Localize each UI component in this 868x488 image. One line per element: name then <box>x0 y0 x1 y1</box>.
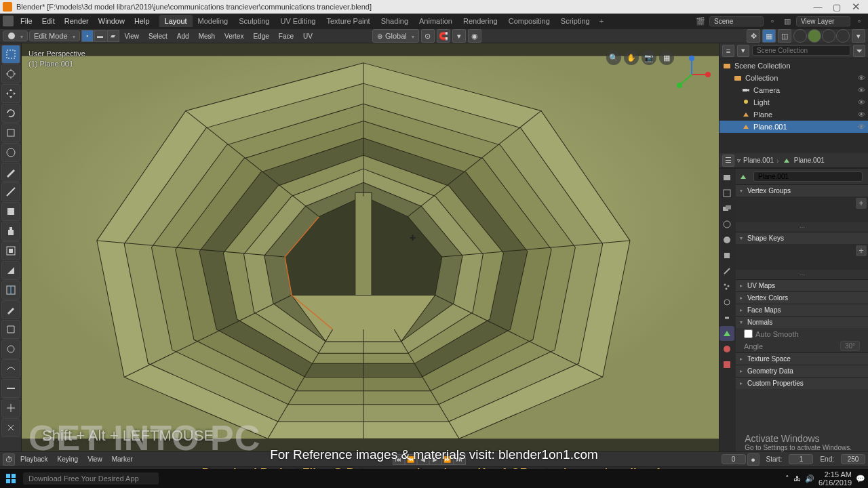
app-icon[interactable] <box>3 16 14 26</box>
editor-type-dropdown[interactable] <box>3 30 28 41</box>
tree-item-light[interactable]: Light👁 <box>719 96 868 108</box>
scene-field[interactable]: Scene <box>709 16 764 26</box>
solid-button[interactable] <box>808 29 821 43</box>
visibility-toggle[interactable]: 👁 <box>858 110 865 119</box>
hdr-add[interactable]: Add <box>173 30 193 42</box>
knife-tool[interactable] <box>1 300 20 319</box>
tab-object-data[interactable] <box>719 326 734 341</box>
breadcrumb-data[interactable]: Plane.001 <box>794 157 825 164</box>
hdr-select[interactable]: Select <box>144 30 172 42</box>
edge-select-button[interactable]: ▬ <box>94 30 106 42</box>
tab-scripting[interactable]: Scripting <box>555 15 595 27</box>
edge-slide-tool[interactable] <box>1 379 20 398</box>
section-texture-space[interactable]: Texture Space <box>736 353 868 365</box>
tree-collection[interactable]: Collection👁 <box>719 72 868 84</box>
outliner-display-dropdown[interactable]: ▾ <box>737 45 749 57</box>
breadcrumb-obj[interactable]: Plane.001 <box>743 157 774 164</box>
jump-start-button[interactable]: ⏮ <box>393 454 405 465</box>
xray-toggle[interactable]: ◫ <box>778 29 791 43</box>
extrude-tool[interactable] <box>1 222 20 241</box>
end-frame-field[interactable]: 250 <box>841 454 865 464</box>
polybuild-tool[interactable] <box>1 320 20 339</box>
hdr-mesh[interactable]: Mesh <box>195 30 219 42</box>
bevel-tool[interactable] <box>1 261 20 280</box>
auto-key-icon[interactable]: ● <box>747 453 760 466</box>
3d-viewport[interactable]: User Perspective (1) Plane.001 🔍 ✋ 📷 ▦ +… <box>22 43 719 451</box>
tab-output[interactable] <box>719 186 734 201</box>
current-frame-field[interactable]: 0 <box>722 454 746 464</box>
menu-help[interactable]: Help <box>130 15 154 27</box>
view-layer-field[interactable]: View Layer <box>796 16 850 26</box>
move-tool[interactable] <box>1 84 20 103</box>
tab-viewlayer[interactable] <box>719 201 734 216</box>
angle-field[interactable]: 30° <box>840 341 860 351</box>
tab-particles[interactable] <box>719 279 734 294</box>
timeline-playback[interactable]: Playback <box>16 454 52 464</box>
scale-tool[interactable] <box>1 123 20 142</box>
rendered-button[interactable] <box>836 29 850 43</box>
tab-texture[interactable] <box>719 357 734 372</box>
start-button[interactable] <box>3 470 19 487</box>
play-button[interactable]: ▶ <box>429 454 441 465</box>
visibility-toggle[interactable]: 👁 <box>858 86 865 94</box>
tab-animation[interactable]: Animation <box>414 15 458 27</box>
vertex-select-button[interactable]: ▪ <box>81 30 94 42</box>
visibility-toggle[interactable]: 👁 <box>858 123 865 131</box>
section-vertex-colors[interactable]: Vertex Colors <box>736 292 868 304</box>
timeline-view[interactable]: View <box>83 454 106 464</box>
overlays-toggle[interactable]: ▦ <box>762 29 776 43</box>
minimize-button[interactable]: — <box>808 1 827 13</box>
timeline-keying[interactable]: Keying <box>54 454 83 464</box>
tab-modifiers[interactable] <box>719 264 734 279</box>
scene-icon[interactable]: 🎬 <box>694 15 707 27</box>
tab-object[interactable] <box>719 248 734 263</box>
cursor-tool[interactable] <box>1 64 20 83</box>
hdr-edge[interactable]: Edge <box>249 30 273 42</box>
add-shape-key[interactable]: + <box>856 245 867 256</box>
start-frame-field[interactable]: 1 <box>789 454 813 464</box>
tab-rendering[interactable]: Rendering <box>458 15 503 27</box>
system-tray[interactable]: ˄ 🖧 🔊 2:15 AM 6/16/2019 💬 <box>785 470 865 487</box>
keyframe-next-button[interactable]: ⏩ <box>441 454 454 465</box>
menu-render[interactable]: Render <box>60 15 93 27</box>
tree-item-plane[interactable]: Plane👁 <box>719 108 868 121</box>
spin-tool[interactable] <box>1 340 20 359</box>
annotate-tool[interactable] <box>1 163 20 182</box>
tab-world[interactable] <box>719 232 734 247</box>
rotate-tool[interactable] <box>1 104 20 123</box>
tab-material[interactable] <box>719 342 734 357</box>
tab-texture-paint[interactable]: Texture Paint <box>321 15 375 27</box>
taskbar-search[interactable]: Download Free Your Desired App <box>23 472 159 485</box>
section-uv-maps[interactable]: UV Maps <box>736 280 868 291</box>
view-layer-icon[interactable]: ▥ <box>781 15 793 27</box>
maximize-button[interactable]: ▢ <box>827 1 846 13</box>
close-button[interactable]: ✕ <box>846 1 865 13</box>
tree-item-camera[interactable]: Camera👁 <box>719 84 868 96</box>
tab-compositing[interactable]: Compositing <box>503 15 555 27</box>
add-vertex-group[interactable]: + <box>856 198 867 209</box>
inset-tool[interactable] <box>1 241 20 260</box>
hdr-uv[interactable]: UV <box>299 30 317 42</box>
tree-item-plane001[interactable]: Plane.001👁 <box>719 121 868 133</box>
taskbar-clock[interactable]: 2:15 AM 6/16/2019 <box>818 470 852 487</box>
keyframe-prev-button[interactable]: ⏪ <box>405 454 417 465</box>
hdr-view[interactable]: View <box>121 30 144 42</box>
lookdev-button[interactable] <box>822 29 835 43</box>
pivot-dropdown[interactable]: ⊙ <box>421 29 435 43</box>
rip-tool[interactable] <box>1 418 20 437</box>
new-scene-icon[interactable]: ▫ <box>766 15 778 27</box>
section-custom-props[interactable]: Custom Properties <box>736 378 868 389</box>
smooth-tool[interactable] <box>1 359 20 378</box>
windows-taskbar[interactable]: Download Free Your Desired App ˄ 🖧 🔊 2:1… <box>0 469 868 488</box>
add-cube-tool[interactable] <box>1 202 20 221</box>
pan-button[interactable]: ✋ <box>624 50 639 65</box>
transform-tool[interactable] <box>1 143 20 162</box>
gizmo-toggle[interactable]: ✥ <box>747 29 760 43</box>
section-geometry-data[interactable]: Geometry Data <box>736 365 868 377</box>
list-grip[interactable]: ⋯ <box>736 222 868 232</box>
tree-scene-collection[interactable]: Scene Collection <box>719 60 868 72</box>
new-viewlayer-icon[interactable]: ▫ <box>853 15 865 27</box>
timeline-marker[interactable]: Marker <box>108 454 137 464</box>
properties-editor-icon[interactable]: ☰ <box>722 155 734 167</box>
loopcut-tool[interactable] <box>1 281 20 300</box>
